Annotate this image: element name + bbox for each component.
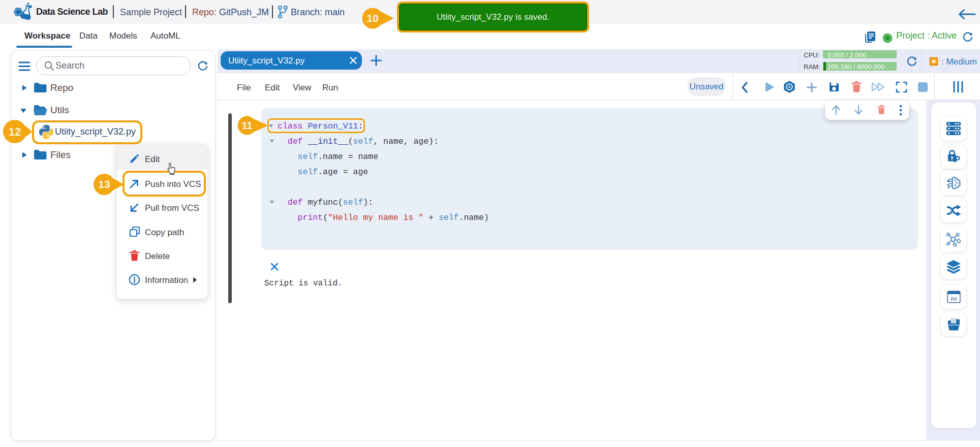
svg-text:12: 12 bbox=[9, 125, 21, 138]
svg-text:11: 11 bbox=[241, 120, 252, 131]
svg-text:(x): (x) bbox=[951, 295, 957, 301]
svg-text:10: 10 bbox=[366, 12, 378, 24]
svg-text:13: 13 bbox=[98, 178, 110, 190]
